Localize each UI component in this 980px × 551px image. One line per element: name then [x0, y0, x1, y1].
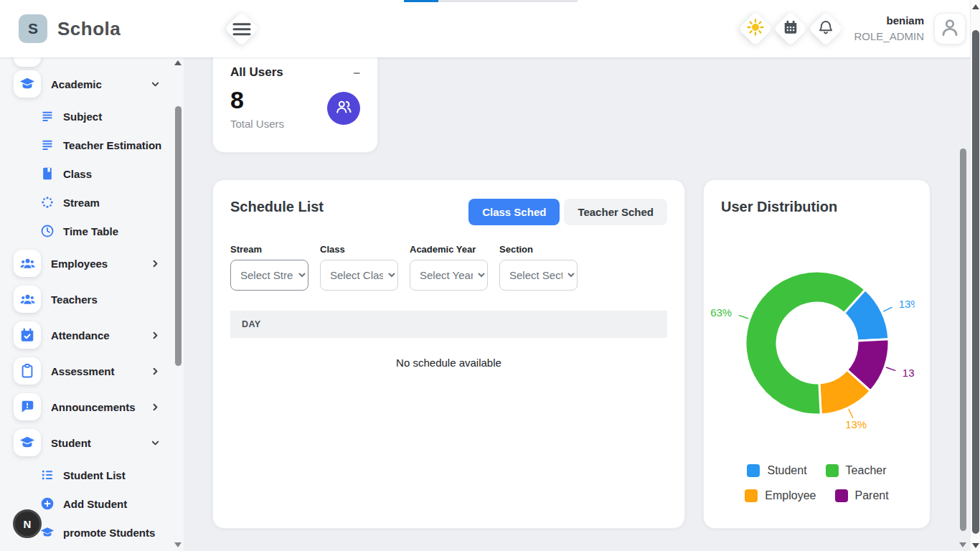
users-badge — [327, 92, 360, 125]
sidebar-item-label: Student List — [63, 469, 126, 481]
legend-item-student[interactable]: Student — [747, 464, 806, 477]
sidebar-item-label: Academic — [51, 78, 102, 90]
collapse-card-button[interactable]: – — [354, 67, 360, 79]
app-title: Schola — [57, 18, 121, 40]
people-group-icon — [14, 286, 41, 313]
filter-section: Section Select Section — [499, 244, 578, 291]
percent-label-employee: 13% — [845, 418, 867, 430]
graduation-cap-icon — [14, 70, 41, 98]
bell-icon — [818, 19, 834, 39]
filter-stream: Stream Select Stream — [230, 244, 308, 291]
top-navbar: S Schola — [0, 0, 980, 57]
sidebar-item-label: Class — [63, 168, 92, 180]
sidebar-item-time-table[interactable]: Time Table — [0, 217, 184, 245]
table-header-day: DAY — [230, 311, 667, 338]
percent-leader-line — [883, 307, 892, 311]
chevron-right-icon — [150, 402, 161, 413]
sidebar-item-label: Subject — [63, 110, 102, 123]
user-distribution-card: User Distribution 13%13%13%63% StudentTe… — [703, 179, 930, 529]
notifications-button[interactable] — [809, 11, 843, 46]
plus-circle-icon — [39, 496, 55, 512]
sidebar: Academic Subject Teacher Estimation — [0, 57, 184, 551]
scroll-down-arrow[interactable] — [972, 543, 979, 548]
sidebar-item-announcements[interactable]: Announcements — [0, 389, 184, 425]
profile-menu-button[interactable] — [934, 13, 966, 44]
legend-item-parent[interactable]: Parent — [835, 489, 889, 502]
content-scrollbar-thumb[interactable] — [960, 149, 966, 531]
logo-badge-icon: S — [19, 14, 47, 43]
list-lines-icon — [39, 108, 55, 124]
percent-label-teacher: 63% — [710, 306, 732, 319]
percent-label-student: 13% — [899, 298, 915, 310]
legend-label: Employee — [765, 489, 816, 502]
tab-teacher-sched[interactable]: Teacher Sched — [564, 199, 667, 225]
legend-swatch-icon — [745, 489, 758, 502]
people-group-icon — [14, 250, 41, 277]
legend-swatch-icon — [747, 464, 760, 477]
scroll-up-arrow[interactable] — [972, 4, 979, 9]
sidebar-item-subject[interactable]: Subject — [0, 102, 184, 131]
sidebar-item-teacher-estimation[interactable]: Teacher Estimation — [0, 131, 184, 159]
chevron-right-icon — [150, 330, 161, 341]
sidebar-item-employees[interactable]: Employees — [0, 245, 184, 281]
chevron-right-icon — [150, 258, 161, 269]
chart-card-title: User Distribution — [721, 199, 913, 215]
sidebar-item-academic[interactable]: Academic — [0, 66, 184, 102]
filter-academic-year: Academic Year Select Year — [410, 244, 488, 291]
sidebar-item-label: Stream — [63, 197, 100, 209]
legend-item-teacher[interactable]: Teacher — [826, 464, 887, 477]
sidebar-item-student[interactable]: Student — [0, 425, 184, 461]
scroll-up-arrow[interactable] — [174, 60, 182, 65]
sidebar-scrollbar-thumb[interactable] — [175, 106, 182, 366]
sidebar-item-label: Assessment — [51, 365, 114, 377]
all-users-card: All Users – 8 Total Users — [212, 57, 378, 153]
chevron-right-icon — [150, 366, 161, 377]
sidebar-item-assessment[interactable]: Assessment — [0, 353, 184, 389]
browser-scrollbar-thumb[interactable] — [972, 30, 979, 534]
sidebar-item-label: Teachers — [51, 293, 98, 306]
filter-class: Class Select Class — [320, 244, 398, 291]
tab-class-sched[interactable]: Class Sched — [468, 199, 560, 225]
schedule-filters: Stream Select Stream Class Select Class … — [230, 244, 667, 291]
calendar-icon — [783, 19, 798, 38]
sidebar-scrollbar — [174, 57, 182, 551]
page-loading-bar-fill — [404, 0, 438, 2]
empty-schedule-message: No schedule available — [230, 357, 667, 369]
sidebar-item-teachers[interactable]: Teachers — [0, 281, 184, 317]
class-select[interactable]: Select Class — [320, 260, 398, 291]
person-icon — [939, 17, 961, 41]
stream-select[interactable]: Select Stream — [230, 260, 308, 291]
academic-year-select[interactable]: Select Year — [410, 260, 488, 291]
sidebar-item-label: Employees — [51, 258, 108, 270]
book-icon — [39, 166, 55, 182]
scroll-down-arrow[interactable] — [959, 542, 966, 547]
total-users-label: Total Users — [230, 118, 284, 130]
floating-n-button[interactable]: N — [13, 509, 42, 538]
bulleted-list-icon — [39, 467, 55, 483]
legend-item-employee[interactable]: Employee — [745, 489, 816, 502]
sidebar-item-student-list[interactable]: Student List — [0, 461, 184, 489]
sun-icon — [747, 19, 764, 39]
legend-label: Student — [767, 464, 806, 477]
filter-label: Academic Year — [410, 244, 488, 255]
sidebar-item-label: Student — [51, 437, 91, 449]
section-select[interactable]: Select Section — [499, 260, 578, 291]
filter-label: Stream — [230, 244, 308, 255]
chart-legend: StudentTeacherEmployeeParent — [727, 464, 907, 502]
sidebar-item-attendance[interactable]: Attendance — [0, 317, 184, 353]
legend-swatch-icon — [835, 489, 848, 502]
schedule-list-card: Schedule List Class Sched Teacher Sched … — [212, 179, 685, 529]
list-lines-icon — [39, 137, 55, 153]
calendar-button[interactable] — [773, 11, 808, 46]
theme-toggle-button[interactable] — [738, 11, 773, 46]
dots-spinner-icon — [39, 194, 55, 210]
sidebar-item-class[interactable]: Class — [0, 159, 184, 188]
schedule-card-title: Schedule List — [230, 199, 324, 215]
total-users-value: 8 — [230, 87, 284, 113]
sidebar-item-stream[interactable]: Stream — [0, 188, 184, 217]
sidebar-toggle-button[interactable] — [225, 11, 259, 46]
clipboard-icon — [14, 357, 41, 385]
message-alert-icon — [14, 393, 41, 420]
main-content: All Users – 8 Total Users — [184, 57, 980, 551]
scroll-down-arrow[interactable] — [174, 542, 182, 547]
